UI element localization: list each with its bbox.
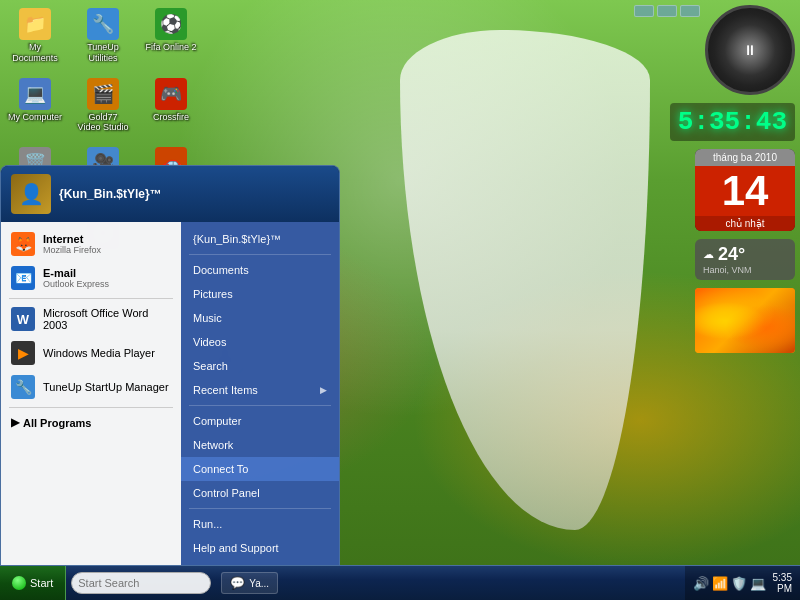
start-menu: 👤 {Kun_Bin.$tYle}™ 🦊 Internet Mozilla Fi… (0, 165, 340, 565)
wmp-app-label: Windows Media Player (43, 347, 155, 359)
all-programs-label: All Programs (23, 417, 91, 429)
media-play-button[interactable]: ⏸ (725, 25, 775, 75)
calendar-weekday: chủ nhật (695, 216, 795, 231)
tuneup-manager-app-label: TuneUp StartUp Manager (43, 381, 169, 393)
start-link-documents-label: Documents (193, 264, 249, 276)
start-link-network-label: Network (193, 439, 233, 451)
tray-icon-network[interactable]: 📶 (712, 576, 728, 591)
fifa-icon: ⚽ (155, 8, 187, 40)
internet-app-sublabel: Mozilla Firefox (43, 245, 101, 255)
start-link-pictures[interactable]: Pictures (181, 282, 339, 306)
start-link-run[interactable]: Run... (181, 512, 339, 536)
user-avatar: 👤 (11, 174, 51, 214)
icon-fifa[interactable]: ⚽ Fifa Online 2 (141, 5, 201, 67)
tuneup-icon: 🔧 (87, 8, 119, 40)
start-link-run-label: Run... (193, 518, 222, 530)
email-app-label: E-mail (43, 267, 109, 279)
weather-widget: ☁ 24° Hanoi, VNM (695, 239, 795, 280)
ya-app-icon: 💬 (230, 576, 245, 590)
start-link-recent-items[interactable]: Recent Items ▶ (181, 378, 339, 402)
start-link-computer[interactable]: Computer (181, 409, 339, 433)
my-documents-icon: 📁 (19, 8, 51, 40)
start-right-divider-3 (189, 508, 331, 509)
media-player-widget[interactable]: ⏸ (705, 5, 795, 95)
tray-icon-security[interactable]: 🛡️ (731, 576, 747, 591)
start-link-help-support-label: Help and Support (193, 542, 279, 554)
tray-time: 5:35 (773, 572, 792, 583)
clock-widget: 5:35:43 (670, 103, 795, 141)
internet-app-icon: 🦊 (11, 232, 35, 256)
start-link-pictures-label: Pictures (193, 288, 233, 300)
email-app-sublabel: Outlook Express (43, 279, 109, 289)
icon-gold77[interactable]: 🎬 Gold77 Video Studio (73, 75, 133, 137)
start-link-connect-to-label: Connect To (193, 463, 248, 475)
start-app-word[interactable]: W Microsoft Office Word 2003 (1, 302, 181, 336)
icon-tuneup[interactable]: 🔧 TuneUp Utilities (73, 5, 133, 67)
arrow-right-icon: ▶ (11, 416, 19, 429)
start-link-connect-to[interactable]: Connect To (181, 457, 339, 481)
start-app-tuneup-manager[interactable]: 🔧 TuneUp StartUp Manager (1, 370, 181, 404)
start-link-control-panel[interactable]: Control Panel (181, 481, 339, 505)
start-link-computer-label: Computer (193, 415, 241, 427)
tray-clock: 5:35 PM (773, 572, 792, 594)
start-orb-icon (12, 576, 26, 590)
start-menu-header: 👤 {Kun_Bin.$tYle}™ (1, 166, 339, 222)
start-link-control-panel-label: Control Panel (193, 487, 260, 499)
taskbar-running-apps: 💬 Ya... (221, 572, 679, 594)
ya-app-label: Ya... (249, 578, 269, 589)
gold77-icon: 🎬 (87, 78, 119, 110)
tray-icon-misc1[interactable]: 💻 (750, 576, 766, 591)
start-menu-username: {Kun_Bin.$tYle}™ (59, 187, 162, 201)
tuneup-manager-app-icon: 🔧 (11, 375, 35, 399)
start-link-recent-items-label: Recent Items (193, 384, 258, 396)
start-menu-left-panel: 🦊 Internet Mozilla Firefox 📧 E-mail Outl… (1, 222, 181, 565)
icon-label-my-documents: My Documents (8, 42, 62, 64)
crossfire-icon: 🎮 (155, 78, 187, 110)
start-link-documents[interactable]: Documents (181, 258, 339, 282)
start-link-help-support[interactable]: Help and Support (181, 536, 339, 560)
start-link-username[interactable]: {Kun_Bin.$tYle}™ (181, 227, 339, 251)
all-programs-item[interactable]: ▶ All Programs (1, 411, 181, 434)
start-divider-1 (9, 298, 173, 299)
start-link-search[interactable]: Search (181, 354, 339, 378)
taskbar-app-ya[interactable]: 💬 Ya... (221, 572, 278, 594)
start-app-internet[interactable]: 🦊 Internet Mozilla Firefox (1, 227, 181, 261)
icon-my-documents[interactable]: 📁 My Documents (5, 5, 65, 67)
top-btn-1[interactable] (634, 5, 654, 17)
desktop: 📁 My Documents 🔧 TuneUp Utilities ⚽ Fifa… (0, 0, 800, 600)
start-app-wmp[interactable]: ▶ Windows Media Player (1, 336, 181, 370)
word-app-icon: W (11, 307, 35, 331)
icon-label-my-computer: My Computer (8, 112, 62, 123)
cloud-icon: ☁ (703, 248, 714, 261)
start-button-label: Start (30, 577, 53, 589)
start-link-search-label: Search (193, 360, 228, 372)
right-widgets: ⏸ 5:35:43 tháng ba 2010 14 chủ nhật ☁ 24… (670, 5, 795, 353)
internet-app-label: Internet (43, 233, 101, 245)
icon-row-2: 💻 My Computer 🎬 Gold77 Video Studio 🎮 Cr… (5, 75, 201, 137)
start-menu-right-panel: {Kun_Bin.$tYle}™ Documents Pictures Musi… (181, 222, 339, 565)
start-right-divider-2 (189, 405, 331, 406)
start-link-network[interactable]: Network (181, 433, 339, 457)
icon-label-tuneup: TuneUp Utilities (76, 42, 130, 64)
start-app-email[interactable]: 📧 E-mail Outlook Express (1, 261, 181, 295)
icon-label-crossfire: Crossfire (153, 112, 189, 123)
start-app-internet-info: Internet Mozilla Firefox (43, 233, 101, 255)
icon-crossfire[interactable]: 🎮 Crossfire (141, 75, 201, 137)
calendar-day: 14 (695, 166, 795, 216)
calendar-widget: tháng ba 2010 14 chủ nhật (695, 149, 795, 231)
taskbar: Start 💬 Ya... 🔊 📶 🛡️ 💻 5:35 PM (0, 565, 800, 600)
flower-image (695, 288, 795, 353)
system-tray: 🔊 📶 🛡️ 💻 5:35 PM (685, 566, 800, 600)
icon-label-fifa: Fifa Online 2 (145, 42, 196, 53)
start-link-username-label: {Kun_Bin.$tYle}™ (193, 233, 281, 245)
flower-thumbnail (695, 288, 795, 353)
taskbar-search-input[interactable] (71, 572, 211, 594)
start-link-music[interactable]: Music (181, 306, 339, 330)
icon-label-gold77: Gold77 Video Studio (76, 112, 130, 134)
icon-my-computer[interactable]: 💻 My Computer (5, 75, 65, 137)
start-button[interactable]: Start (0, 566, 66, 601)
start-menu-body: 🦊 Internet Mozilla Firefox 📧 E-mail Outl… (1, 222, 339, 565)
start-link-videos[interactable]: Videos (181, 330, 339, 354)
tray-icon-sound[interactable]: 🔊 (693, 576, 709, 591)
wmp-app-icon: ▶ (11, 341, 35, 365)
